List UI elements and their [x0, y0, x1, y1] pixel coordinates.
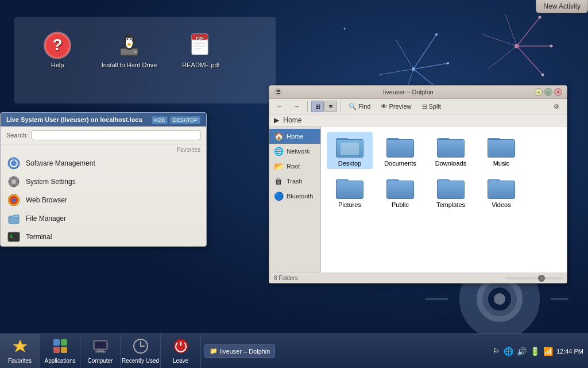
task-dolphin[interactable]: 📁 liveuser – Dolphin — [204, 344, 275, 358]
dolphin-window: ☰ liveuser – Dolphin − □ × ← → ⊞ ≡ 🔍 Fin… — [269, 85, 567, 283]
folder-videos-icon — [488, 176, 515, 199]
help-label: Help — [51, 62, 64, 68]
preview-button[interactable]: 👁 Preview — [377, 101, 415, 112]
svg-point-59 — [11, 179, 16, 184]
find-icon: 🔍 — [349, 103, 357, 110]
folder-templates[interactable]: Templates — [428, 174, 474, 210]
breadcrumb-path[interactable]: Home — [283, 116, 301, 124]
dolphin-toolbar: ← → ⊞ ≡ 🔍 Find 👁 Preview ⊟ Split ⚙ — [269, 99, 567, 114]
folder-music[interactable]: Music — [478, 132, 524, 169]
folder-videos[interactable]: Videos — [478, 174, 524, 210]
system-settings-label: System Settings — [26, 178, 76, 186]
folder-music-icon — [488, 135, 515, 158]
svg-point-47 — [130, 39, 132, 40]
folder-public[interactable]: Public — [377, 174, 423, 210]
launcher-favorites[interactable]: Favorites — [0, 334, 40, 368]
systray-network-icon[interactable]: 🌐 — [504, 347, 513, 356]
search-input[interactable] — [32, 130, 200, 140]
kde-menu-username: Live System User (liveuser) on localhost… — [6, 116, 142, 123]
menu-item-settings[interactable]: System Settings — [1, 172, 206, 191]
zoom-slider-thumb — [538, 275, 545, 282]
view-mode-buttons: ⊞ ≡ — [311, 101, 337, 112]
find-button[interactable]: 🔍 Find — [345, 101, 374, 112]
desktop-icon-help[interactable]: ? Help — [29, 32, 86, 68]
svg-point-17 — [539, 16, 541, 19]
taskbar-systray: 🏳 🌐 🔊 🔋 📶 12:44 PM — [488, 347, 588, 356]
svg-point-41 — [134, 51, 137, 53]
folder-pictures[interactable]: Pictures — [327, 174, 373, 210]
breadcrumb-arrow: ▶ — [274, 116, 279, 124]
sidebar-place-root[interactable]: 📂 Root — [269, 159, 320, 174]
svg-rect-78 — [97, 350, 104, 351]
svg-rect-84 — [180, 342, 181, 346]
kde-badge: KDE — [152, 116, 168, 124]
launcher-leave[interactable]: Leave — [161, 334, 201, 368]
svg-text:$_: $_ — [10, 234, 16, 239]
dolphin-menu-btn[interactable]: ☰ — [274, 88, 282, 96]
sidebar-place-bluetooth[interactable]: 🔵 Bluetooth — [269, 189, 320, 204]
zoom-slider[interactable] — [505, 277, 562, 279]
favorites-launcher-icon — [12, 338, 28, 356]
new-activity-button[interactable]: New Activity — [536, 0, 588, 13]
menu-item-filemanager[interactable]: File Manager — [1, 209, 206, 228]
svg-text:PDF: PDF — [196, 36, 204, 40]
web-browser-label: Web Browser — [26, 196, 67, 204]
dolphin-minimize-btn[interactable]: − — [535, 88, 543, 96]
svg-line-5 — [379, 69, 413, 75]
svg-line-2 — [413, 63, 448, 69]
home-place-label: Home — [287, 133, 303, 140]
svg-point-18 — [550, 45, 553, 48]
dolphin-maximize-btn[interactable]: □ — [544, 88, 552, 96]
folder-public-label: Public — [392, 201, 409, 208]
systray-volume-icon[interactable]: 🔊 — [517, 347, 527, 356]
system-settings-icon — [7, 175, 20, 188]
toolbar-separator-1 — [307, 101, 308, 112]
top-bar: New Activity — [536, 0, 588, 13]
svg-point-10 — [514, 44, 519, 48]
desktop-icon-readme[interactable]: PDF README.pdf — [172, 32, 230, 68]
network-place-label: Network — [287, 148, 310, 155]
systray-wifi-icon[interactable]: 📶 — [543, 347, 553, 356]
back-button[interactable]: ← — [273, 101, 287, 112]
svg-line-14 — [505, 14, 517, 46]
folder-documents-label: Documents — [384, 160, 416, 167]
menu-item-terminal[interactable]: $_ Terminal — [1, 228, 206, 246]
desktop-icon-install[interactable]: Install to Hard Drive — [98, 32, 161, 68]
launcher-applications[interactable]: Applications — [40, 334, 80, 368]
applications-launcher-label: Applications — [45, 358, 76, 364]
sidebar-place-network[interactable]: 🌐 Network — [269, 144, 320, 159]
folder-music-label: Music — [493, 160, 510, 167]
systray-battery-icon[interactable]: 🔋 — [530, 347, 540, 356]
launcher-computer[interactable]: Computer — [80, 334, 121, 368]
dolphin-title: liveuser – Dolphin — [282, 89, 535, 95]
menu-item-software[interactable]: Software Management — [1, 154, 206, 172]
folder-pictures-icon — [336, 176, 363, 199]
toolbar-separator-2 — [341, 101, 341, 112]
folder-downloads[interactable]: Downloads — [428, 132, 474, 169]
list-view-button[interactable]: ≡ — [324, 101, 337, 112]
split-button[interactable]: ⊟ Split — [418, 101, 445, 112]
sidebar-place-home[interactable]: 🏠 Home — [269, 129, 320, 144]
svg-point-29 — [344, 28, 346, 30]
forward-button[interactable]: → — [289, 101, 304, 112]
settings-button[interactable]: ⚙ — [550, 101, 563, 112]
folder-desktop[interactable]: Desktop — [327, 132, 373, 169]
folder-documents[interactable]: Documents — [377, 132, 423, 169]
grid-view-button[interactable]: ⊞ — [311, 101, 324, 112]
systray-flag-icon[interactable]: 🏳 — [492, 347, 500, 356]
svg-line-13 — [517, 46, 543, 75]
task-dolphin-label: liveuser – Dolphin — [220, 348, 270, 355]
terminal-label: Terminal — [26, 233, 52, 241]
dolphin-sidebar: 🏠 Home 🌐 Network 📂 Root 🗑 Trash 🔵 Blueto… — [269, 126, 321, 273]
dolphin-close-btn[interactable]: × — [554, 88, 562, 96]
menu-item-browser[interactable]: Web Browser — [1, 191, 206, 209]
folder-public-icon — [386, 176, 414, 199]
install-label: Install to Hard Drive — [102, 62, 157, 68]
sidebar-place-trash[interactable]: 🗑 Trash — [269, 174, 320, 189]
folder-desktop-label: Desktop — [338, 160, 361, 167]
network-place-icon: 🌐 — [274, 147, 283, 156]
recently-used-launcher-icon — [133, 338, 149, 356]
svg-point-19 — [541, 74, 544, 76]
launcher-recently-used[interactable]: Recently Used — [121, 334, 161, 368]
recently-used-launcher-label: Recently Used — [122, 358, 159, 364]
